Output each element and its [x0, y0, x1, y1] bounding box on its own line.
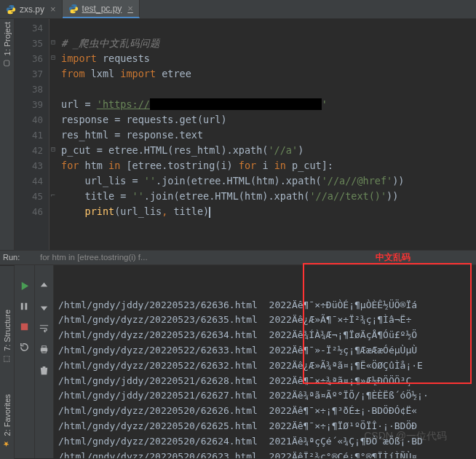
output-line: /html/gndy/jddy/20220521/62627.html 2022… [58, 388, 472, 404]
console-output[interactable]: test_pc /html/gndy/jddy/20220523/62636.h… [54, 265, 476, 458]
tab-zxs[interactable]: zxs.py × [0, 0, 63, 18]
run-tool-column-2 [35, 265, 54, 458]
svg-rect-2 [21, 323, 28, 329]
close-icon[interactable]: × [127, 3, 133, 14]
svg-rect-0 [21, 302, 23, 309]
run-panel-label: Run: [3, 253, 20, 262]
left-tool-strip: ▢ 1: Project [0, 19, 15, 250]
stop-button[interactable] [17, 319, 32, 334]
output-line: /html/gndy/dyzz/20220522/62633.html 2022… [58, 343, 472, 358]
up-icon[interactable] [37, 278, 52, 293]
soft-wrap-icon[interactable] [37, 321, 52, 335]
run-config-tab[interactable]: test_pc [54, 265, 93, 267]
code-line: # _爬虫中文乱码问题 [61, 37, 160, 49]
tab-label: zxs.py [20, 4, 44, 15]
tab-test-pc[interactable]: test_pc.py × [63, 0, 140, 18]
output-line: /html/gndy/dyzz/20220520/62624.html 2021… [58, 434, 472, 450]
svg-rect-5 [42, 350, 47, 353]
keyword: import [61, 52, 97, 64]
text-cursor [209, 207, 210, 218]
down-icon[interactable] [37, 299, 52, 314]
redacted-url: xxxxxxxxxxxxxxxxxxxxxxxxxxxxx [150, 98, 322, 110]
output-line: /html/gndy/jddy/20220521/62628.html 2022… [58, 374, 472, 389]
run-tool-column-1 [15, 265, 35, 458]
run-button[interactable] [17, 278, 32, 293]
output-line: /html/gndy/dyzz/20220520/62623.html 2022… [58, 450, 472, 458]
print-icon[interactable] [37, 342, 52, 356]
folder-icon: ▢ [2, 58, 12, 68]
fold-column: ⊟ ⊟ ⊟ ⌐ [49, 19, 57, 203]
project-tool[interactable]: ▢ 1: Project [2, 22, 12, 68]
line-gutter: 34 35 36 37 38 39 40 41 42 43 44 45 46 ⊟… [15, 19, 49, 250]
output-line: /html/gndy/dyzz/20220523/62634.html 2022… [58, 328, 472, 343]
fold-icon[interactable]: ⊟ [49, 50, 57, 65]
favorites-tool[interactable]: ★ 2: Favorites [2, 394, 12, 448]
left-rail: ⬚ 7: Structure ★ 2: Favorites [0, 266, 15, 459]
debug-pause-button[interactable] [17, 299, 32, 313]
close-icon[interactable]: × [50, 4, 56, 15]
fold-end-icon[interactable]: ⌐ [49, 187, 57, 203]
svg-rect-4 [42, 345, 47, 348]
code-editor[interactable]: # _爬虫中文乱码问题 import requests from lxml im… [49, 19, 476, 250]
output-line: /html/gndy/dyzz/20220520/62625.html 2022… [58, 419, 472, 434]
restart-button[interactable] [17, 340, 32, 354]
fold-icon[interactable]: ⊟ [49, 34, 57, 50]
editor-area: ▢ 1: Project 34 35 36 37 38 39 40 41 42 … [0, 19, 476, 250]
editor-tabs: zxs.py × test_pc.py × [0, 0, 476, 19]
python-icon [6, 4, 16, 15]
output-line: /html/gndy/dyzz/20220520/62626.html 2022… [58, 404, 472, 419]
star-icon: ★ [2, 438, 12, 448]
python-icon [68, 4, 79, 14]
fold-icon[interactable]: ⊟ [49, 141, 57, 157]
output-line: /html/gndy/jddy/20220523/62636.html 2022… [58, 298, 472, 313]
trash-icon[interactable] [37, 363, 52, 377]
output-line: /html/gndy/dyzz/20220522/62632.html 2022… [58, 358, 472, 374]
tab-label: test_pc.py [82, 4, 122, 14]
structure-tool[interactable]: ⬚ 7: Structure [2, 310, 12, 364]
output-line: /html/gndy/dyzz/20220523/62635.html 2022… [58, 313, 472, 328]
run-panel: test_pc /html/gndy/jddy/20220523/62636.h… [15, 265, 476, 458]
annotation-label: 中文乱码 [376, 251, 410, 264]
structure-icon: ⬚ [2, 353, 12, 364]
svg-rect-1 [25, 302, 27, 309]
